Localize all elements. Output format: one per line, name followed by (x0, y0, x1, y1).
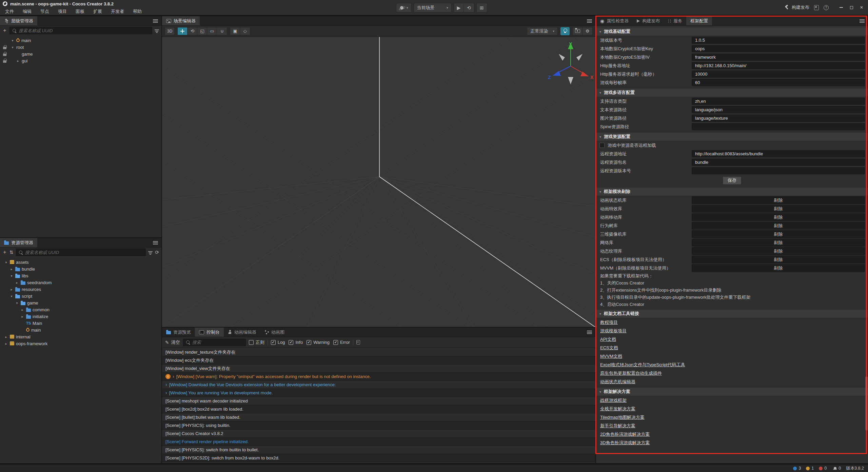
asset-node-oops-framework[interactable]: ▸oops-framework (0, 340, 161, 347)
doc-link[interactable]: 3D角色扮演游戏解决方案 (600, 440, 650, 446)
regex-checkbox[interactable]: 正则 (249, 339, 264, 346)
menu-item-1[interactable]: 编辑 (18, 7, 36, 16)
doc-link[interactable]: 动画状态机编辑器 (600, 379, 635, 385)
log-row[interactable]: [Scene] [box2d]:box2d wasm lib loaded. (162, 405, 595, 413)
chevron-right-icon[interactable]: ▸ (16, 59, 20, 63)
project-folder-icon[interactable] (814, 5, 819, 10)
tab-console-0[interactable]: 资源预览 (162, 328, 195, 337)
asset-node-script[interactable]: ▾script (0, 293, 161, 299)
log-row[interactable]: [Scene] Cocos Creator v3.8.2 (162, 430, 595, 438)
clear-console-button[interactable]: ✎ 清空 (165, 339, 180, 346)
render-mode-dropdown[interactable]: 正常渲染 ▾ (527, 27, 558, 35)
field-input[interactable]: 60 (692, 79, 865, 86)
log-row[interactable]: [Scene] Forward render pipeline initiali… (162, 438, 595, 446)
panel-menu-icon[interactable] (153, 19, 158, 23)
doc-link[interactable]: 原生包热更新配置自动生成插件 (600, 370, 662, 376)
log-row[interactable]: [Scene] meshopt wasm decoder initialized (162, 397, 595, 405)
asset-node-libs[interactable]: ▾libs (0, 272, 161, 279)
restart-button[interactable]: ⟲ (464, 3, 474, 12)
section-header-2[interactable]: ▾游戏资源配置 (596, 132, 868, 141)
field-input[interactable]: oops (692, 45, 865, 52)
panel-menu-icon[interactable] (153, 241, 158, 244)
layout-button[interactable]: ⊞ (476, 3, 487, 13)
chevron-down-icon[interactable]: ▾ (11, 39, 15, 42)
doc-link[interactable]: 战棋游戏框架 (600, 397, 627, 404)
log-row[interactable]: ›[Window] Download the Vue Devtools exte… (162, 381, 595, 389)
mode-3d-button[interactable]: 3D (165, 27, 175, 35)
section-header-5[interactable]: ▾框架解决方案 (596, 387, 868, 396)
remove-button[interactable]: 剔除 (692, 230, 865, 238)
expand-chevron-icon[interactable]: › (165, 390, 167, 395)
scale-tool-button[interactable]: ◱ (197, 27, 207, 35)
field-input[interactable]: 10000 (692, 71, 865, 78)
doc-link[interactable]: 全栈开发解决方案 (600, 406, 635, 412)
panel-menu-icon[interactable] (587, 331, 592, 334)
sort-icon[interactable]: ⇅ (9, 250, 14, 255)
refresh-icon[interactable]: ⟳ (155, 250, 159, 255)
tab-hierarchy[interactable]: 层级管理器 (0, 16, 37, 25)
field-input[interactable]: language/texture (692, 115, 865, 122)
doc-link[interactable]: 教程项目 (600, 319, 618, 326)
hierarchy-node-game[interactable]: game (0, 51, 161, 57)
save-button[interactable]: 保存 (723, 177, 741, 184)
tab-inspector-1[interactable]: 构建发布 (633, 16, 664, 25)
menu-item-7[interactable]: 帮助 (129, 7, 146, 16)
scrollbar-thumb[interactable] (866, 376, 867, 431)
doc-link[interactable]: 新手引导解决方案 (600, 423, 635, 429)
asset-node-resources[interactable]: ▸resources (0, 286, 161, 293)
expand-chevron-icon[interactable]: › (173, 374, 174, 379)
notification-indicator[interactable]: 0 (833, 466, 841, 471)
filter-warning-checkbox[interactable]: ✓Warning (307, 340, 330, 345)
lighting-toggle-button[interactable] (560, 27, 570, 35)
chevron-down-icon[interactable]: ▾ (11, 45, 15, 49)
doc-link[interactable]: Excel格式转Json文件与TypeScript代码工具 (600, 362, 685, 368)
help-icon[interactable] (824, 5, 829, 10)
snap-rotate-button[interactable]: ◇ (240, 27, 250, 35)
gizmo-space-button[interactable]: ∪ (217, 27, 227, 35)
remove-button[interactable]: 剔除 (692, 239, 865, 247)
chevron-down-icon[interactable]: ▾ (9, 274, 14, 278)
log-file-icon[interactable] (356, 340, 360, 345)
section-header-3[interactable]: ▾框架模块剔除 (596, 187, 868, 196)
remove-button[interactable]: 剔除 (692, 196, 865, 204)
section-header-0[interactable]: ▾游戏基础配置 (596, 27, 868, 36)
log-row[interactable]: [Window] render_texture文件夹存在 (162, 348, 595, 356)
checkbox-icon[interactable] (599, 143, 605, 148)
scene-settings-button[interactable]: ⚙ (583, 27, 592, 35)
chevron-down-icon[interactable]: ▾ (15, 301, 19, 305)
minimize-button[interactable] (837, 4, 846, 11)
section-header-4[interactable]: ▾框架文档工具链接 (596, 309, 868, 318)
menu-item-3[interactable]: 项目 (54, 7, 71, 16)
build-publish-button[interactable]: 构建发布 (784, 4, 809, 11)
scene-camera-button[interactable] (573, 27, 583, 35)
asset-node-bundle[interactable]: ▸bundle (0, 266, 161, 272)
doc-link[interactable]: ECS文档 (600, 345, 618, 351)
tab-console-3[interactable]: 动画图 (260, 328, 289, 337)
remote-load-checkbox-row[interactable]: 游戏中资源是否远程加载 (596, 141, 868, 150)
remove-button[interactable]: 剔除 (692, 247, 865, 255)
hierarchy-node-root[interactable]: ▾root (0, 44, 161, 51)
log-row[interactable]: [Window] model_view文件夹存在 (162, 365, 595, 373)
hierarchy-search-input[interactable] (19, 28, 150, 33)
console-search-input[interactable] (192, 340, 243, 345)
asset-node-assets[interactable]: ▾assets (0, 259, 161, 266)
chevron-right-icon[interactable]: ▸ (15, 281, 19, 284)
asset-node-game[interactable]: ▾game (0, 299, 161, 306)
doc-link[interactable]: Tiledmap地图解决方案 (600, 414, 645, 420)
expand-chevron-icon[interactable]: › (165, 382, 167, 387)
panel-menu-icon[interactable] (860, 19, 865, 23)
filter-error-checkbox[interactable]: ✓Error (333, 340, 350, 345)
scene-select-dropdown[interactable]: 当前场景 ▾ (414, 3, 452, 13)
remove-button[interactable]: 剔除 (692, 264, 865, 272)
move-tool-button[interactable] (178, 27, 188, 35)
scene-viewport[interactable]: Y X Z (162, 37, 595, 327)
chevron-right-icon[interactable]: ▸ (4, 342, 8, 346)
tab-scene-editor[interactable]: 场景编辑器 (162, 16, 200, 25)
panel-menu-icon[interactable] (587, 19, 592, 23)
doc-link[interactable]: 游戏模板项目 (600, 328, 627, 334)
log-row[interactable]: [Window] ecs文件夹存在 (162, 356, 595, 365)
section-header-1[interactable]: ▾游戏多语言配置 (596, 88, 868, 97)
chevron-right-icon[interactable]: ▸ (20, 315, 24, 318)
doc-link[interactable]: 2D角色扮演游戏解决方案 (600, 431, 650, 437)
rotate-tool-button[interactable]: ⟲ (188, 27, 197, 35)
